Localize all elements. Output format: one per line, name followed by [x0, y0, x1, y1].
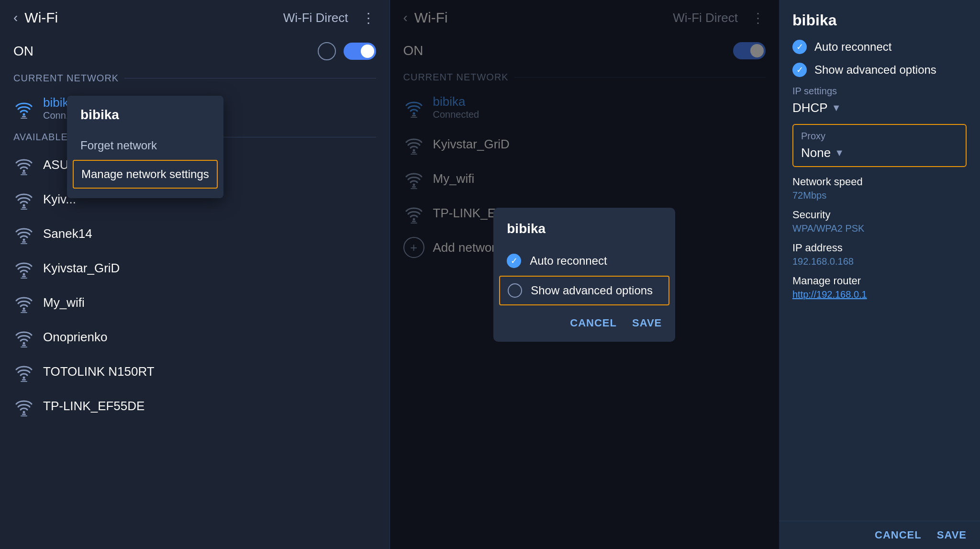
- svg-rect-15: [22, 379, 26, 381]
- manage-router-section: Manage router http://192.168.0.1: [792, 275, 967, 300]
- network-speed-label: Network speed: [792, 176, 967, 188]
- svg-rect-11: [22, 310, 26, 312]
- svg-point-10: [23, 308, 25, 310]
- svg-rect-7: [22, 241, 26, 243]
- svg-rect-13: [22, 345, 26, 346]
- wifi-signal-icon-1: [13, 98, 34, 119]
- svg-point-16: [23, 411, 25, 414]
- svg-point-0: [23, 113, 25, 116]
- toggle-switch-1[interactable]: [344, 43, 376, 60]
- svg-rect-1: [22, 116, 26, 117]
- network-name: TP-LINK_EF55DE: [43, 399, 376, 414]
- network-info: Kyivstar_GriD: [43, 261, 376, 276]
- ip-settings-value: DHCP: [792, 101, 828, 115]
- more-options-button-1[interactable]: ⋮: [362, 10, 376, 26]
- wifi-direct-label-1[interactable]: Wi-Fi Direct: [283, 11, 348, 25]
- network-name: Kyivstar_GriD: [43, 261, 376, 276]
- cancel-button[interactable]: CANCEL: [570, 317, 617, 329]
- svg-rect-9: [22, 276, 26, 277]
- svg-rect-17: [22, 414, 26, 415]
- forget-network-item[interactable]: Forget network: [67, 131, 223, 160]
- security-value: WPA/WPA2 PSK: [792, 223, 967, 234]
- auto-reconnect-checkbox[interactable]: [507, 254, 521, 268]
- ip-address-label: IP address: [792, 242, 967, 254]
- adv-show-advanced[interactable]: Show advanced options: [792, 63, 967, 77]
- wifi-signal-icon: [13, 395, 34, 416]
- adv-cancel-button[interactable]: CANCEL: [875, 529, 922, 541]
- network-name: TOTOLINK N150RT: [43, 364, 376, 379]
- on-row-1: ON: [0, 35, 390, 69]
- adv-auto-reconnect-checkbox[interactable]: [792, 40, 807, 54]
- dialog-backdrop: bibika Auto reconnect Show advanced opti…: [390, 0, 780, 549]
- context-menu: bibika Forget network Manage network set…: [67, 96, 223, 198]
- top-bar-right-1: Wi-Fi Direct ⋮: [283, 10, 376, 26]
- ip-address-value: 192.168.0.168: [792, 256, 967, 267]
- svg-rect-3: [22, 172, 26, 174]
- wifi-signal-icon: [13, 361, 34, 382]
- auto-reconnect-label: Auto reconnect: [530, 254, 607, 268]
- dialog-actions: CANCEL SAVE: [493, 305, 675, 333]
- panel-wifi-1: ‹ Wi-Fi Wi-Fi Direct ⋮ ON CURRENT NETWOR…: [0, 0, 390, 549]
- proxy-value: None: [801, 146, 831, 160]
- adv-auto-reconnect[interactable]: Auto reconnect: [792, 40, 967, 54]
- context-menu-title: bibika: [67, 105, 223, 131]
- dialog-title: bibika: [493, 221, 675, 246]
- save-button[interactable]: SAVE: [632, 317, 662, 329]
- adv-show-advanced-label: Show advanced options: [814, 63, 936, 77]
- panel-advanced: bibika Auto reconnect Show advanced opti…: [779, 0, 980, 549]
- show-advanced-label: Show advanced options: [531, 284, 653, 297]
- network-info: TP-LINK_EF55DE: [43, 399, 376, 414]
- network-speed-value: 72Mbps: [792, 190, 967, 201]
- adv-save-button[interactable]: SAVE: [937, 529, 967, 541]
- list-item[interactable]: My_wifi: [0, 285, 390, 320]
- top-bar-left-1: ‹ Wi-Fi: [13, 10, 58, 26]
- network-name: Onoprienko: [43, 330, 376, 345]
- wifi-signal-icon: [13, 292, 34, 313]
- manage-network-settings-item[interactable]: Manage network settings: [73, 160, 218, 189]
- svg-rect-5: [22, 207, 26, 208]
- ip-settings-dropdown[interactable]: DHCP ▼: [792, 101, 967, 115]
- auto-reconnect-option[interactable]: Auto reconnect: [493, 246, 675, 276]
- wifi-signal-icon: [13, 326, 34, 347]
- show-advanced-option[interactable]: Show advanced options: [499, 276, 669, 305]
- list-item[interactable]: Kyivstar_GriD: [0, 251, 390, 285]
- page-title-1: Wi-Fi: [24, 10, 58, 26]
- list-item[interactable]: Sanek14: [0, 216, 390, 251]
- proxy-dropdown[interactable]: None ▼: [801, 146, 958, 160]
- wifi-signal-icon: [13, 258, 34, 279]
- network-info: Sanek14: [43, 226, 376, 241]
- network-speed-section: Network speed 72Mbps: [792, 176, 967, 201]
- adv-auto-reconnect-label: Auto reconnect: [814, 40, 891, 54]
- top-bar-1: ‹ Wi-Fi Wi-Fi Direct ⋮: [0, 0, 390, 35]
- network-info: Onoprienko: [43, 330, 376, 345]
- svg-point-4: [23, 204, 25, 207]
- current-network-section-1: CURRENT NETWORK: [0, 69, 390, 89]
- network-name: Sanek14: [43, 226, 376, 241]
- network-info: TOTOLINK N150RT: [43, 364, 376, 379]
- wifi-signal-icon: [13, 223, 34, 244]
- wifi-signal-icon: [13, 154, 34, 175]
- list-item[interactable]: Onoprienko: [0, 320, 390, 354]
- show-advanced-radio[interactable]: [508, 283, 522, 298]
- list-item[interactable]: TOTOLINK N150RT: [0, 354, 390, 389]
- svg-point-8: [23, 273, 25, 276]
- network-name: My_wifi: [43, 295, 376, 310]
- svg-point-14: [23, 377, 25, 379]
- adv-show-advanced-checkbox[interactable]: [792, 63, 807, 77]
- manage-router-link[interactable]: http://192.168.0.1: [792, 289, 967, 300]
- back-button-1[interactable]: ‹: [13, 10, 18, 25]
- proxy-section: Proxy None ▼: [792, 124, 967, 167]
- network-settings-dialog: bibika Auto reconnect Show advanced opti…: [493, 208, 675, 342]
- advanced-footer: CANCEL SAVE: [779, 521, 980, 549]
- ip-dropdown-arrow-icon: ▼: [832, 102, 841, 113]
- toggle-group-1: [318, 42, 376, 60]
- toggle-circle-1[interactable]: [318, 42, 336, 60]
- svg-point-6: [23, 239, 25, 241]
- wifi-signal-icon: [13, 189, 34, 210]
- list-item[interactable]: TP-LINK_EF55DE: [0, 389, 390, 423]
- proxy-label: Proxy: [801, 131, 958, 142]
- svg-point-12: [23, 342, 25, 345]
- network-info: My_wifi: [43, 295, 376, 310]
- advanced-panel-content: bibika Auto reconnect Show advanced opti…: [779, 0, 980, 521]
- proxy-dropdown-arrow-icon: ▼: [835, 147, 844, 158]
